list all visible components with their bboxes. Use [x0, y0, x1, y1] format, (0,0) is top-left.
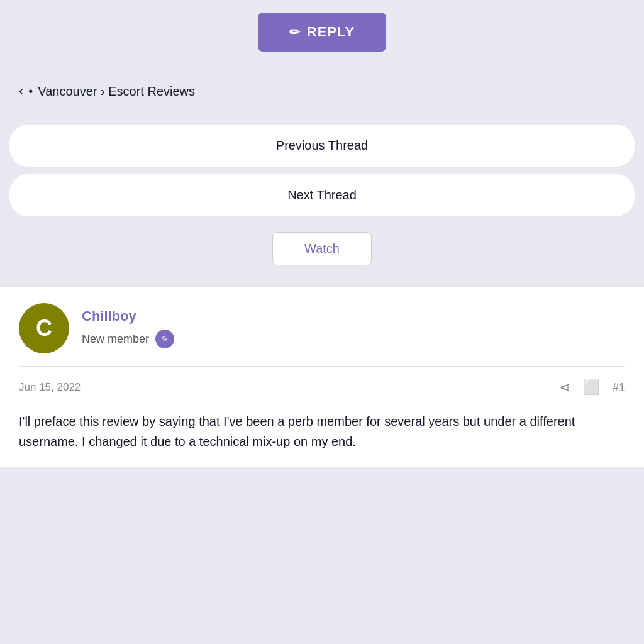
post-meta: Jun 15, 2022 ⋖ ⬜ #1 — [19, 379, 625, 396]
user-role-row: New member ✎ — [82, 330, 174, 348]
nav-buttons-section: Previous Thread Next Thread — [0, 112, 644, 223]
share-icon[interactable]: ⋖ — [559, 379, 570, 396]
post-number: #1 — [613, 381, 625, 394]
bookmark-icon[interactable]: ⬜ — [583, 379, 600, 396]
post-actions: ⋖ ⬜ #1 — [559, 379, 625, 396]
divider — [19, 366, 625, 367]
reply-section: ✏ REPLY — [0, 0, 644, 70]
user-info: C Chillboy New member ✎ — [19, 303, 625, 366]
user-role-label: New member — [82, 333, 149, 346]
reply-button-label: REPLY — [307, 24, 355, 40]
username[interactable]: Chillboy — [82, 308, 174, 325]
next-thread-button[interactable]: Next Thread — [9, 174, 635, 216]
post-content: I'll preface this review by saying that … — [19, 411, 625, 452]
post-date: Jun 15, 2022 — [19, 381, 80, 394]
post-section: C Chillboy New member ✎ Jun 15, 2022 ⋖ ⬜… — [0, 287, 644, 467]
role-badge-icon: ✎ — [161, 334, 169, 344]
user-details: Chillboy New member ✎ — [82, 308, 174, 348]
breadcrumb-text[interactable]: Vancouver › Escort Reviews — [38, 84, 195, 99]
previous-thread-button[interactable]: Previous Thread — [9, 125, 635, 167]
reply-button[interactable]: ✏ REPLY — [258, 13, 386, 52]
watch-section: Watch — [0, 223, 644, 281]
role-badge: ✎ — [155, 330, 174, 348]
breadcrumb-dot: • — [28, 84, 33, 99]
avatar[interactable]: C — [19, 303, 69, 353]
watch-button[interactable]: Watch — [272, 232, 372, 265]
back-icon[interactable]: ‹ — [19, 83, 23, 99]
edit-icon: ✏ — [289, 25, 301, 40]
breadcrumb: ‹ • Vancouver › Escort Reviews — [0, 70, 644, 112]
